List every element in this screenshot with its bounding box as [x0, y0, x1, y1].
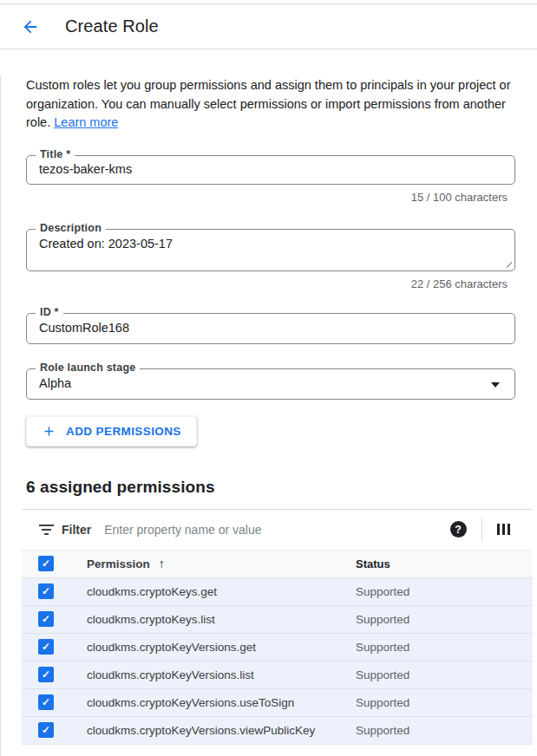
table-row: ✓cloudkms.cryptoKeyVersions.listSupporte…	[22, 661, 533, 688]
learn-more-link[interactable]: Learn more	[54, 115, 118, 129]
sort-ascending-icon[interactable]: ↑	[159, 557, 165, 570]
back-arrow-icon	[21, 17, 40, 36]
page-header: Create Role	[0, 3, 537, 49]
description-field[interactable]: Description Created on: 2023-05-17	[26, 229, 515, 271]
row-checkbox[interactable]: ✓	[38, 667, 54, 682]
row-checkbox[interactable]: ✓	[38, 639, 54, 655]
table-row: ✓cloudkms.cryptoKeyVersions.getSupported	[22, 633, 533, 661]
dropdown-caret-icon	[491, 382, 500, 388]
title-char-counter: 15 / 100 characters	[26, 191, 515, 204]
description-char-counter: 22 / 256 characters	[26, 277, 515, 290]
table-row: ✓cloudkms.cryptoKeyVersions.viewPublicKe…	[22, 716, 533, 744]
role-launch-stage-select[interactable]: Role launch stage Alpha	[26, 368, 515, 400]
status-column-header[interactable]: Status	[356, 550, 533, 577]
add-permissions-button[interactable]: ADD PERMISSIONS	[26, 416, 197, 446]
status-cell: Supported	[356, 633, 533, 661]
row-checkbox[interactable]: ✓	[38, 611, 54, 627]
checkmark-icon: ✓	[42, 557, 50, 570]
checkmark-icon: ✓	[42, 641, 50, 653]
toolbar-divider	[481, 518, 482, 541]
page-title: Create Role	[65, 16, 159, 36]
role-launch-stage-label: Role launch stage	[36, 362, 140, 374]
help-icon[interactable]: ?	[450, 521, 467, 538]
permission-cell: cloudkms.cryptoKeyVersions.useToSign	[87, 688, 356, 716]
add-permissions-label: ADD PERMISSIONS	[66, 425, 181, 438]
filter-icon	[39, 525, 54, 535]
resize-handle-icon[interactable]	[503, 259, 512, 268]
permission-cell: cloudkms.cryptoKeys.list	[87, 605, 356, 633]
row-checkbox[interactable]: ✓	[38, 694, 54, 710]
status-cell: Supported	[356, 688, 533, 716]
id-field[interactable]: ID * CustomRole168	[26, 313, 515, 344]
content-area: Custom roles let you group permissions a…	[0, 76, 537, 756]
permissions-data-table: ✓ Permission↑ Status ✓cloudkms.cryptoKey…	[22, 550, 533, 745]
permission-cell: cloudkms.cryptoKeyVersions.get	[87, 633, 356, 661]
status-cell: Supported	[356, 716, 533, 744]
filter-label: Filter	[62, 523, 91, 537]
row-checkbox[interactable]: ✓	[38, 583, 54, 599]
back-button[interactable]	[19, 16, 42, 38]
intro-text: Custom roles let you group permissions a…	[26, 76, 514, 133]
table-row: ✓cloudkms.cryptoKeys.listSupported	[22, 605, 533, 633]
id-field-value[interactable]: CustomRole168	[27, 314, 514, 335]
description-field-label: Description	[36, 222, 106, 234]
checkmark-icon: ✓	[42, 696, 50, 708]
checkmark-icon: ✓	[42, 585, 50, 597]
permission-cell: cloudkms.cryptoKeyVersions.list	[87, 661, 356, 688]
status-cell: Supported	[356, 577, 533, 605]
filter-input[interactable]	[104, 523, 449, 537]
id-field-label: ID *	[36, 306, 63, 318]
table-header-row: ✓ Permission↑ Status	[22, 550, 533, 577]
filter-bar: Filter ?	[22, 510, 533, 550]
checkmark-icon: ✓	[42, 668, 50, 681]
plus-icon	[42, 424, 56, 439]
title-field-value[interactable]: tezos-baker-kms	[27, 156, 514, 176]
permissions-table: Filter ? ✓ Permission↑ Status	[22, 509, 533, 745]
column-display-icon[interactable]	[497, 524, 511, 535]
status-cell: Supported	[356, 605, 533, 633]
checkmark-icon: ✓	[42, 724, 50, 736]
permission-column-header[interactable]: Permission	[87, 557, 150, 570]
checkmark-icon: ✓	[42, 613, 50, 625]
table-row: ✓cloudkms.cryptoKeyVersions.useToSignSup…	[22, 688, 533, 716]
table-row: ✓cloudkms.cryptoKeys.getSupported	[22, 577, 533, 605]
title-field[interactable]: Title * tezos-baker-kms	[26, 155, 515, 185]
select-all-checkbox[interactable]: ✓	[38, 556, 54, 571]
assigned-permissions-heading: 6 assigned permissions	[26, 478, 537, 497]
title-field-label: Title *	[36, 148, 75, 160]
permission-cell: cloudkms.cryptoKeys.get	[87, 577, 356, 605]
permission-cell: cloudkms.cryptoKeyVersions.viewPublicKey	[87, 716, 356, 744]
status-cell: Supported	[356, 661, 533, 688]
row-checkbox[interactable]: ✓	[38, 722, 54, 738]
